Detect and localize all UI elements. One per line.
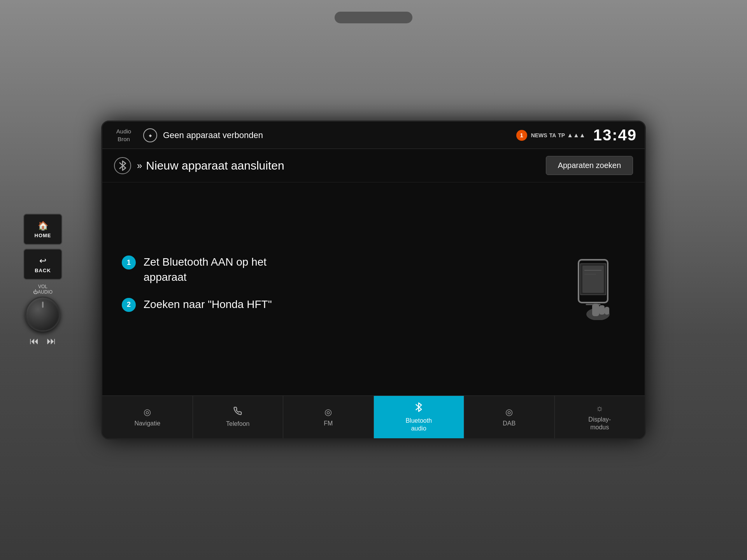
volume-control: VOL ⏻AUDIO xyxy=(25,284,60,332)
connect-title: Nieuw apparaat aansluiten xyxy=(146,159,545,172)
nav-item-dab[interactable]: ◎ DAB xyxy=(464,396,555,438)
home-icon: 🏠 xyxy=(38,220,48,231)
step-1-text: Zet Bluetooth AAN op het apparaat xyxy=(144,254,267,285)
step-2-number: 2 xyxy=(122,298,136,312)
dab-icon: ◎ xyxy=(505,407,513,417)
nav-item-telefoon[interactable]: Telefoon xyxy=(193,396,284,438)
track-controls: ⏮ ⏭ xyxy=(30,335,56,346)
phone-illustration xyxy=(563,258,625,320)
step-1: 1 Zet Bluetooth AAN op het apparaat xyxy=(122,254,540,285)
display-modus-icon: ☼ xyxy=(596,403,603,413)
audio-source-label: Audio Bron xyxy=(110,128,137,143)
steps-list: 1 Zet Bluetooth AAN op het apparaat 2 Zo… xyxy=(122,254,540,324)
navigatie-label: Navigatie xyxy=(134,420,160,427)
car-dashboard: 🏠 HOME ↩ BACK VOL ⏻AUDIO ⏮ ⏭ Audio Bron xyxy=(0,0,747,560)
fm-icon: ◎ xyxy=(324,407,332,417)
nav-item-bluetooth-audio[interactable]: Bluetoothaudio xyxy=(374,396,465,438)
signal-strength-icon: ▲▲▲ xyxy=(567,132,586,139)
notification-badge: 1 xyxy=(516,130,527,141)
svg-rect-4 xyxy=(592,304,599,316)
left-controls-panel: 🏠 HOME ↩ BACK VOL ⏻AUDIO ⏮ ⏭ xyxy=(23,214,62,346)
bt-connect-bar: » Nieuw apparaat aansluiten Apparaten zo… xyxy=(102,149,645,182)
connection-status: Geen apparaat verbonden xyxy=(163,130,516,140)
fm-label: FM xyxy=(324,420,333,427)
volume-knob[interactable] xyxy=(25,296,60,331)
nav-item-fm[interactable]: ◎ FM xyxy=(283,396,374,438)
telefoon-label: Telefoon xyxy=(226,420,250,427)
nav-item-display-modus[interactable]: ☼ Display-modus xyxy=(555,396,645,438)
radio-indicators: NEWS TA TP ▲▲▲ xyxy=(531,132,586,139)
nav-bar: ◎ Navigatie Telefoon ◎ FM xyxy=(102,396,645,438)
telefoon-icon xyxy=(233,407,242,418)
home-label: HOME xyxy=(35,232,51,238)
back-label: BACK xyxy=(35,267,51,273)
bluetooth-icon-svg xyxy=(118,160,127,171)
svg-rect-6 xyxy=(605,307,609,315)
svg-rect-5 xyxy=(599,305,605,315)
status-bar: Audio Bron ⬥ Geen apparaat verbonden 1 N… xyxy=(102,122,645,149)
bluetooth-audio-label: Bluetoothaudio xyxy=(405,417,432,432)
top-vent-decoration xyxy=(335,12,412,23)
navigatie-icon: ◎ xyxy=(144,407,151,417)
bluetooth-status-icon: ⬥ xyxy=(143,128,157,142)
bt-connect-icon xyxy=(114,157,131,174)
clock-display: 13:49 xyxy=(593,126,637,144)
bluetooth-audio-icon xyxy=(414,402,423,415)
search-devices-button[interactable]: Apparaten zoeken xyxy=(546,156,633,175)
track-next-button[interactable]: ⏭ xyxy=(47,335,56,346)
main-content-area: » Nieuw apparaat aansluiten Apparaten zo… xyxy=(102,149,645,396)
status-icons-group: 1 NEWS TA TP ▲▲▲ xyxy=(516,130,586,141)
infotainment-screen: Audio Bron ⬥ Geen apparaat verbonden 1 N… xyxy=(101,121,646,439)
step-2: 2 Zoeken naar "Honda HFT" xyxy=(122,297,540,312)
instructions-area: 1 Zet Bluetooth AAN op het apparaat 2 Zo… xyxy=(102,182,645,396)
step-1-number: 1 xyxy=(122,256,136,270)
back-button[interactable]: ↩ BACK xyxy=(23,249,62,280)
step-2-text: Zoeken naar "Honda HFT" xyxy=(144,297,272,312)
double-arrow-icon: » xyxy=(137,160,142,171)
svg-rect-7 xyxy=(582,266,604,293)
phone-illustration-svg xyxy=(565,258,623,320)
track-prev-button[interactable]: ⏮ xyxy=(30,335,39,346)
vol-label: VOL ⏻AUDIO xyxy=(33,284,53,295)
display-modus-label: Display-modus xyxy=(588,416,611,430)
back-icon: ↩ xyxy=(39,256,46,266)
home-button[interactable]: 🏠 HOME xyxy=(23,214,62,245)
nav-item-navigatie[interactable]: ◎ Navigatie xyxy=(102,396,193,438)
dab-label: DAB xyxy=(503,420,516,427)
